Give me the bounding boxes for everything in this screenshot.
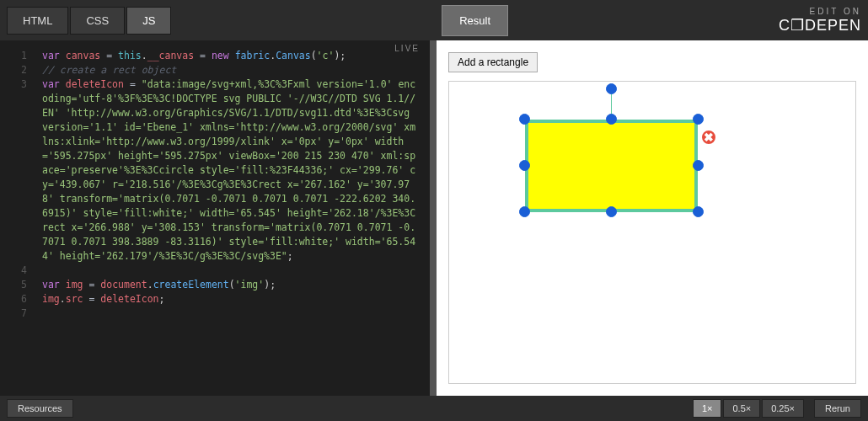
code-line[interactable]: 3var deleteIcon = "data:image/svg+xml,%3… (0, 77, 430, 264)
line-number: 2 (0, 63, 42, 77)
main-area: LIVE 1var canvas = this.__canvas = new f… (0, 40, 868, 396)
pane-divider[interactable] (430, 40, 437, 396)
handle-bottom-middle[interactable] (606, 206, 617, 217)
zoom-1x[interactable]: 1× (693, 399, 722, 418)
handle-top-middle[interactable] (606, 114, 617, 125)
rerun-button[interactable]: Rerun (814, 399, 861, 418)
resources-button[interactable]: Resources (7, 399, 73, 418)
line-number: 7 (0, 306, 42, 321)
line-number: 6 (0, 292, 42, 306)
rectangle-shape[interactable] (525, 120, 698, 212)
handle-middle-right[interactable] (693, 160, 704, 171)
code-line[interactable]: 7 (0, 306, 430, 321)
live-badge: LIVE (394, 44, 420, 53)
code-text[interactable]: img.src = deleteIcon; (42, 292, 430, 306)
handle-middle-left[interactable] (519, 160, 530, 171)
handle-top-right[interactable] (693, 114, 704, 125)
handle-bottom-left[interactable] (519, 206, 530, 217)
fabric-canvas[interactable]: ✖ (448, 81, 856, 384)
code-line[interactable]: 5var img = document.createElement('img')… (0, 278, 430, 292)
handle-top-left[interactable] (519, 114, 530, 125)
bottom-bar: Resources 1× 0.5× 0.25× Rerun (0, 396, 868, 421)
line-number: 1 (0, 49, 42, 63)
code-editor[interactable]: 1var canvas = this.__canvas = new fabric… (0, 40, 430, 396)
tab-html[interactable]: HTML (7, 7, 68, 35)
zoom-05x[interactable]: 0.5× (723, 399, 760, 418)
code-line[interactable]: 4 (0, 264, 430, 278)
bottom-right-controls: 1× 0.5× 0.25× Rerun (693, 399, 861, 418)
line-number: 4 (0, 264, 42, 278)
delete-icon[interactable]: ✖ (700, 129, 717, 146)
top-bar: HTML CSS JS Result EDIT ON C❒DEPEN (0, 0, 868, 40)
codepen-logo[interactable]: C❒DEPEN (779, 16, 861, 35)
handle-rotation[interactable] (606, 83, 617, 94)
code-line[interactable]: 2// create a rect object (0, 63, 430, 77)
tab-css[interactable]: CSS (70, 7, 125, 35)
add-rectangle-button[interactable]: Add a rectangle (448, 52, 538, 72)
logo-area: EDIT ON C❒DEPEN (779, 7, 861, 35)
line-number: 5 (0, 278, 42, 292)
code-text[interactable]: var canvas = this.__canvas = new fabric.… (42, 49, 430, 63)
code-text[interactable]: var deleteIcon = "data:image/svg+xml,%3C… (42, 77, 430, 264)
result-pane: Add a rectangle ✖ (437, 40, 868, 396)
handle-bottom-right[interactable] (693, 206, 704, 217)
tab-result[interactable]: Result (442, 5, 508, 36)
code-line[interactable]: 6img.src = deleteIcon; (0, 292, 430, 306)
code-text[interactable]: // create a rect object (42, 63, 430, 77)
code-text[interactable]: var img = document.createElement('img'); (42, 278, 430, 292)
code-line[interactable]: 1var canvas = this.__canvas = new fabric… (0, 49, 430, 63)
editor-pane: LIVE 1var canvas = this.__canvas = new f… (0, 40, 430, 396)
code-text[interactable] (42, 264, 430, 278)
zoom-025x[interactable]: 0.25× (762, 399, 804, 418)
editor-tabs: HTML CSS JS (7, 7, 171, 35)
zoom-controls: 1× 0.5× 0.25× (693, 399, 804, 418)
tab-js[interactable]: JS (126, 7, 171, 35)
code-text[interactable] (42, 306, 430, 321)
line-number: 3 (0, 77, 42, 264)
edit-on-label: EDIT ON (779, 7, 861, 16)
